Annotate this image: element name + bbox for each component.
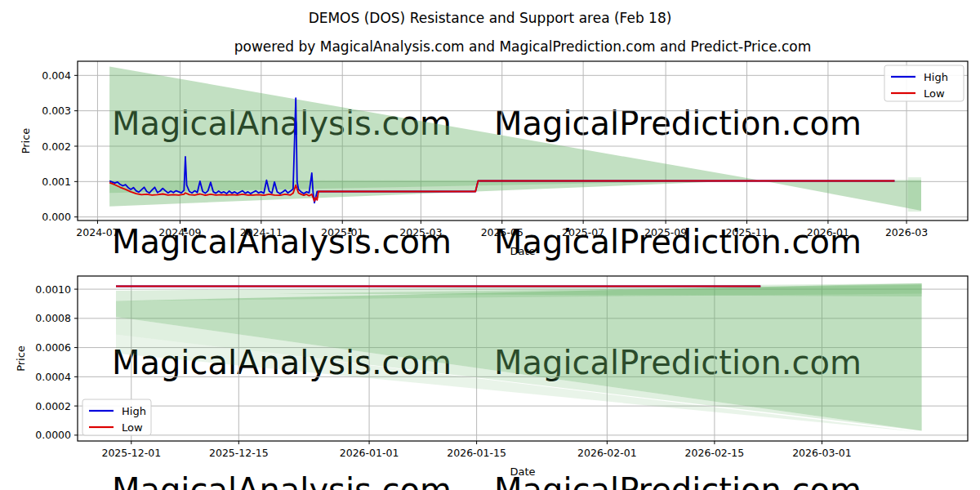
y-tick-label: 0.0002 <box>35 400 71 412</box>
y-tick-label: 0.001 <box>42 176 71 188</box>
x-tick-label: 2026-01-01 <box>340 447 399 459</box>
x-tick-label: 2025-12-01 <box>101 447 161 459</box>
y-tick-label: 0.0010 <box>35 283 71 296</box>
x-tick-label: 2024-09 <box>158 226 201 238</box>
x-tick-label: 2026-03-01 <box>792 447 852 459</box>
charts-canvas: MagicalAnalysis.comMagicalPrediction.com… <box>0 0 980 490</box>
y-axis-label: Price <box>20 128 32 154</box>
x-tick-label: 2026-01 <box>807 226 849 238</box>
x-tick-label: 2025-07 <box>562 226 604 238</box>
watermark-text: MagicalPrediction.com <box>494 105 862 142</box>
x-tick-label: 2026-01-15 <box>447 447 506 459</box>
x-axis-label: Date <box>510 245 535 257</box>
x-tick-label: 2025-05 <box>481 226 523 238</box>
y-tick-label: 0.0004 <box>35 371 71 383</box>
x-tick-label: 2025-12-15 <box>209 447 269 459</box>
y-tick-label: 0.0008 <box>35 312 71 324</box>
y-tick-label: 0.0006 <box>35 341 71 354</box>
y-tick-label: 0.003 <box>42 105 71 117</box>
x-tick-label: 2026-03 <box>885 226 928 238</box>
watermark-text: MagicalAnalysis.com <box>112 471 452 490</box>
x-tick-label: 2025-03 <box>399 226 442 238</box>
x-tick-label: 2025-01 <box>321 226 363 238</box>
support-resistance-band <box>759 180 921 211</box>
x-tick-label: 2024-11 <box>240 226 283 238</box>
legend-high-label: High <box>924 71 948 83</box>
x-tick-label: 2025-09 <box>644 226 687 238</box>
watermark-text: MagicalPrediction.com <box>494 471 862 490</box>
y-tick-label: 0.002 <box>42 140 71 153</box>
legend-low-label: Low <box>924 87 945 100</box>
support-resistance-band <box>908 177 921 212</box>
x-tick-label: 2025-11 <box>725 226 768 238</box>
x-tick-label: 2024-07 <box>76 226 118 238</box>
x-tick-label: 2026-02-01 <box>577 447 637 459</box>
legend-low-label: Low <box>122 421 143 434</box>
y-axis-label: Price <box>15 345 27 372</box>
legend-high-label: High <box>122 405 146 417</box>
y-tick-label: 0.004 <box>42 69 71 82</box>
x-tick-label: 2026-02-15 <box>685 447 745 459</box>
figure: DEMOS (DOS) Resistance and Support area … <box>0 0 980 490</box>
y-tick-label: 0.000 <box>42 211 71 223</box>
x-axis-label: Date <box>510 466 535 478</box>
y-tick-label: 0.0000 <box>35 429 71 441</box>
